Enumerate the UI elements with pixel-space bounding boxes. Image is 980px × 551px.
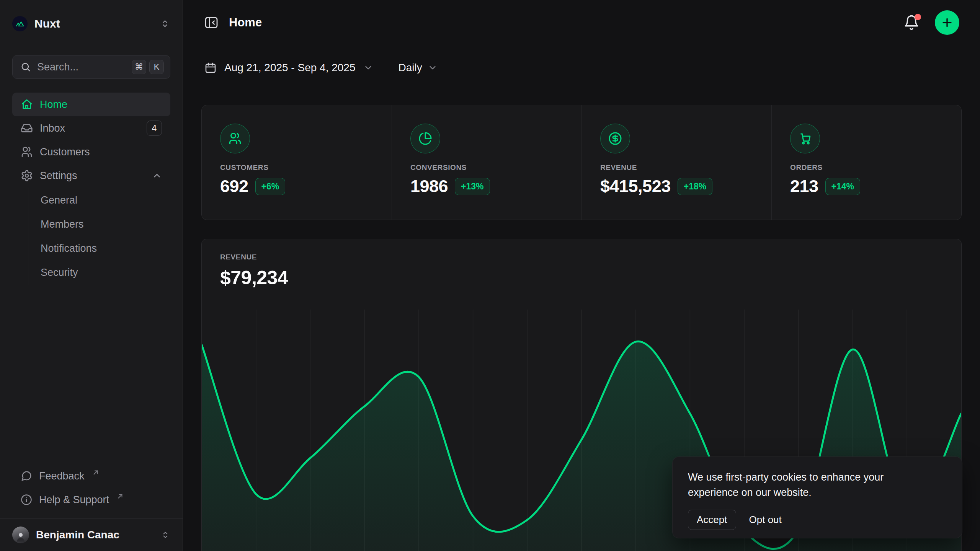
- page-title: Home: [229, 16, 262, 29]
- chat-bubble-icon: [21, 470, 32, 482]
- sidebar-item-security[interactable]: Security: [41, 261, 170, 285]
- workspace-switcher[interactable]: Nuxt: [0, 0, 183, 31]
- stat-value: 692: [220, 176, 248, 196]
- user-name: Benjamin Canac: [36, 529, 119, 541]
- stat-value: 213: [790, 176, 818, 196]
- chevron-up-down-icon: [160, 530, 170, 540]
- sidebar-item-settings[interactable]: Settings: [12, 164, 170, 187]
- sidebar-item-label: Customers: [40, 146, 90, 158]
- search-shortcut: ⌘ K: [132, 60, 164, 74]
- inbox-count-badge: 4: [147, 121, 162, 136]
- calendar-icon: [204, 62, 217, 74]
- granularity-select[interactable]: Daily: [399, 62, 438, 74]
- cookie-banner: We use first-party cookies to enhance yo…: [672, 456, 962, 538]
- search-placeholder: Search...: [37, 61, 78, 73]
- chevron-down-icon: [428, 63, 438, 73]
- stat-card-conversions[interactable]: CONVERSIONS 1986 +13%: [392, 105, 581, 220]
- chevron-up-down-icon: [160, 18, 170, 29]
- avatar: [12, 527, 29, 543]
- external-link-icon: [117, 493, 124, 500]
- sidebar-item-label: Inbox: [40, 122, 65, 134]
- stat-delta-badge: +14%: [825, 178, 860, 195]
- users-icon: [220, 124, 250, 153]
- stat-card-orders[interactable]: ORDERS 213 +14%: [771, 105, 961, 220]
- date-range-picker[interactable]: Aug 21, 2025 - Sep 4, 2025: [204, 62, 373, 74]
- kbd-k: K: [149, 60, 164, 74]
- sidebar-item-home[interactable]: Home: [12, 93, 170, 116]
- sidebar: Nuxt Search... ⌘ K: [0, 0, 183, 551]
- chevron-down-icon: [363, 63, 373, 73]
- stat-delta-badge: +13%: [455, 178, 490, 195]
- cookie-message: We use first-party cookies to enhance yo…: [688, 470, 933, 500]
- gear-icon: [21, 170, 33, 182]
- revenue-chart-value: $79,234: [220, 267, 943, 289]
- stat-label: REVENUE: [600, 163, 771, 172]
- sidebar-item-label: Settings: [40, 170, 77, 182]
- stats-cards: CUSTOMERS 692 +6% CONVERSIONS 1986: [201, 105, 962, 220]
- external-link-icon: [92, 469, 99, 476]
- info-circle-icon: [21, 494, 32, 505]
- sidebar-nav: Home Inbox 4 C: [0, 93, 183, 285]
- filters-toolbar: Aug 21, 2025 - Sep 4, 2025 Daily: [183, 45, 980, 90]
- sidebar-footer-nav: Feedback Help & Support: [0, 464, 183, 518]
- app-window: Nuxt Search... ⌘ K: [0, 0, 980, 551]
- sidebar-item-notifications[interactable]: Notifications: [41, 236, 170, 261]
- stat-card-revenue[interactable]: REVENUE $415,523 +18%: [581, 105, 771, 220]
- dollar-circle-icon: [600, 124, 630, 153]
- help-support-link[interactable]: Help & Support: [12, 488, 170, 512]
- sidebar-item-general[interactable]: General: [41, 188, 170, 212]
- search-input[interactable]: Search... ⌘ K: [12, 55, 170, 79]
- granularity-value: Daily: [399, 62, 422, 74]
- stat-label: CUSTOMERS: [220, 163, 392, 172]
- user-menu[interactable]: Benjamin Canac: [0, 518, 183, 551]
- opt-out-button[interactable]: Opt out: [749, 514, 782, 526]
- kbd-cmd: ⌘: [132, 60, 146, 74]
- pie-chart-icon: [410, 124, 440, 153]
- collapse-sidebar-icon[interactable]: [204, 15, 219, 30]
- stat-value: 1986: [410, 176, 448, 196]
- add-button[interactable]: [935, 10, 959, 35]
- sidebar-item-members[interactable]: Members: [41, 212, 170, 236]
- revenue-chart-label: REVENUE: [220, 253, 943, 261]
- page-header: Home: [183, 0, 980, 45]
- sidebar-item-label: Home: [40, 99, 67, 111]
- stat-label: ORDERS: [790, 163, 961, 172]
- sidebar-item-inbox[interactable]: Inbox 4: [12, 116, 170, 140]
- chevron-up-icon: [152, 171, 162, 181]
- sidebar-item-customers[interactable]: Customers: [12, 140, 170, 164]
- home-icon: [21, 98, 33, 111]
- workspace-name: Nuxt: [34, 17, 60, 30]
- stat-label: CONVERSIONS: [410, 163, 581, 172]
- notifications-button[interactable]: [903, 15, 920, 31]
- accept-button[interactable]: Accept: [688, 510, 736, 530]
- nuxt-logo-icon: [12, 16, 28, 31]
- notification-dot: [915, 14, 921, 20]
- stat-delta-badge: +6%: [255, 178, 286, 195]
- users-icon: [21, 146, 33, 158]
- search-icon: [20, 62, 31, 72]
- cart-icon: [790, 124, 820, 153]
- inbox-icon: [21, 122, 33, 134]
- feedback-link[interactable]: Feedback: [12, 464, 170, 488]
- date-range-value: Aug 21, 2025 - Sep 4, 2025: [224, 62, 356, 74]
- stat-card-customers[interactable]: CUSTOMERS 692 +6%: [202, 105, 392, 220]
- stat-value: $415,523: [600, 176, 671, 196]
- settings-subnav: General Members Notifications Security: [28, 188, 170, 285]
- stat-delta-badge: +18%: [678, 178, 712, 195]
